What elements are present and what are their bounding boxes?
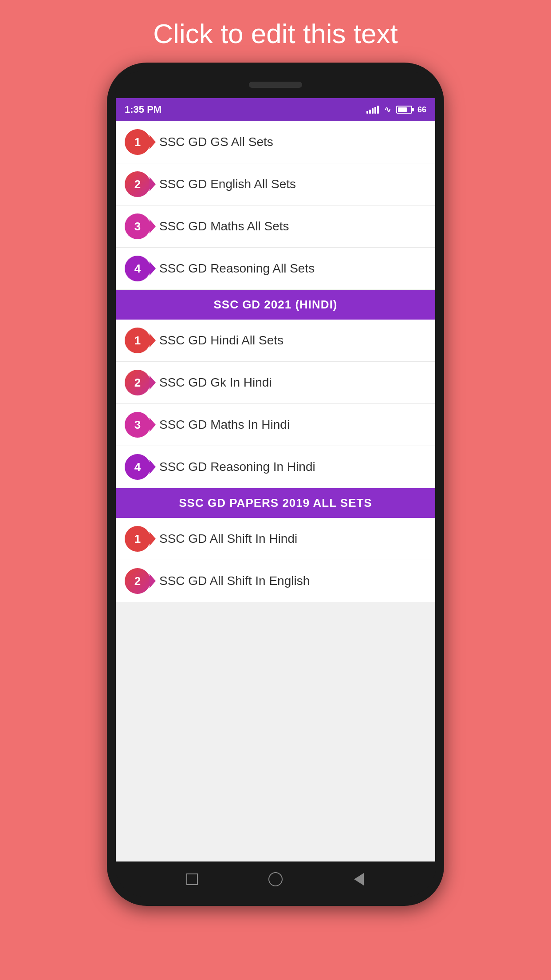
badge-1: 1	[125, 328, 150, 353]
battery-icon	[396, 106, 412, 114]
item-label: SSC GD Reasoning In Hindi	[159, 460, 315, 474]
badge-3: 3	[125, 213, 150, 239]
item-label: SSC GD Maths In Hindi	[159, 418, 290, 432]
arrow-icon	[150, 574, 156, 588]
phone-nav-bar	[115, 861, 436, 897]
list-item[interactable]: 3 SSC GD Maths In Hindi	[116, 404, 435, 446]
badge-4: 4	[125, 256, 150, 281]
badge-4: 4	[125, 454, 150, 480]
section-english: 1 SSC GD GS All Sets 2 SSC GD English Al…	[116, 121, 435, 290]
status-icons: ∿ 66	[366, 105, 426, 115]
list-item[interactable]: 3 SSC GD Maths All Sets	[116, 205, 435, 248]
arrow-icon	[150, 219, 156, 233]
badge-1: 1	[125, 129, 150, 155]
square-icon	[186, 873, 198, 885]
arrow-icon	[150, 261, 156, 276]
list-item[interactable]: 1 SSC GD GS All Sets	[116, 121, 435, 163]
phone-top	[115, 71, 436, 98]
signal-icon	[366, 106, 379, 114]
badge-2: 2	[125, 171, 150, 197]
wifi-icon: ∿	[384, 105, 391, 115]
list-item[interactable]: 2 SSC GD Gk In Hindi	[116, 362, 435, 404]
section-header-text: SSC GD PAPERS 2019 ALL SETS	[179, 496, 372, 510]
item-label: SSC GD Hindi All Sets	[159, 333, 283, 348]
arrow-icon	[150, 375, 156, 390]
section-hindi-2021: SSC GD 2021 (HINDI) 1 SSC GD Hindi All S…	[116, 290, 435, 488]
list-item[interactable]: 2 SSC GD All Shift In English	[116, 560, 435, 602]
badge-2: 2	[125, 370, 150, 395]
circle-icon	[268, 872, 283, 886]
badge-3: 3	[125, 412, 150, 438]
section-header-text: SSC GD 2021 (HINDI)	[213, 298, 337, 311]
item-label: SSC GD All Shift In Hindi	[159, 532, 297, 546]
item-label: SSC GD Maths All Sets	[159, 219, 289, 233]
section-header-papers2019: SSC GD PAPERS 2019 ALL SETS	[116, 488, 435, 518]
battery-level: 66	[417, 105, 426, 115]
list-container: 1 SSC GD GS All Sets 2 SSC GD English Al…	[116, 121, 435, 861]
badge-1: 1	[125, 526, 150, 552]
section-papers-2019: SSC GD PAPERS 2019 ALL SETS 1 SSC GD All…	[116, 488, 435, 602]
arrow-icon	[150, 135, 156, 149]
list-item[interactable]: 4 SSC GD Reasoning All Sets	[116, 248, 435, 290]
arrow-icon	[150, 418, 156, 432]
item-label: SSC GD Reasoning All Sets	[159, 261, 315, 276]
nav-home-button[interactable]	[267, 870, 284, 888]
item-label: SSC GD English All Sets	[159, 177, 296, 191]
list-item[interactable]: 1 SSC GD All Shift In Hindi	[116, 518, 435, 560]
item-label: SSC GD GS All Sets	[159, 135, 273, 149]
list-item[interactable]: 4 SSC GD Reasoning In Hindi	[116, 446, 435, 488]
arrow-icon	[150, 177, 156, 191]
page-title[interactable]: Click to edit this text	[153, 18, 398, 49]
list-item[interactable]: 1 SSC GD Hindi All Sets	[116, 320, 435, 362]
phone-mockup: 1:35 PM ∿ 66 1	[107, 63, 444, 906]
badge-2: 2	[125, 568, 150, 594]
triangle-icon	[354, 873, 364, 885]
status-bar: 1:35 PM ∿ 66	[116, 98, 435, 121]
nav-square-button[interactable]	[183, 870, 201, 888]
item-label: SSC GD All Shift In English	[159, 574, 310, 588]
section-header-hindi2021: SSC GD 2021 (HINDI)	[116, 290, 435, 320]
arrow-icon	[150, 532, 156, 546]
status-time: 1:35 PM	[125, 104, 161, 115]
nav-back-button[interactable]	[350, 870, 368, 888]
arrow-icon	[150, 333, 156, 348]
item-label: SSC GD Gk In Hindi	[159, 375, 272, 390]
arrow-icon	[150, 460, 156, 474]
list-item[interactable]: 2 SSC GD English All Sets	[116, 163, 435, 205]
phone-screen: 1:35 PM ∿ 66 1	[116, 98, 435, 861]
phone-speaker	[249, 82, 302, 88]
